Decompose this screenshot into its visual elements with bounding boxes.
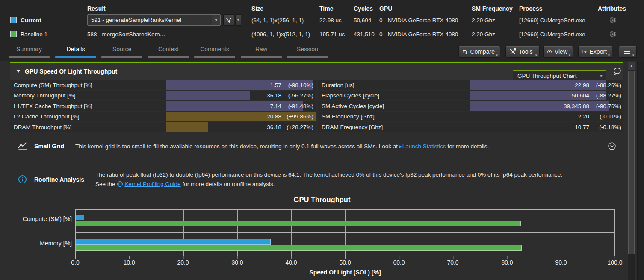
scrollbar-up-arrow[interactable]: ▲ <box>628 62 635 70</box>
chevron-down-icon: ▼ <box>632 53 635 57</box>
compare-button-label: Compare <box>470 48 495 55</box>
eye-icon <box>547 49 552 55</box>
table-row: DRAM Throughput [%] 36.18(+28.27%) <box>10 122 316 132</box>
metric-value-cell: 50,604(-88.27%) <box>470 91 623 100</box>
chevron-down-icon[interactable]: ▼ <box>212 15 220 25</box>
x-tick-label: 60.0 <box>386 259 412 266</box>
x-tick-label: 0.0 <box>62 259 88 266</box>
notice-text: for more details on roofline analysis. <box>181 181 275 187</box>
metric-delta: (-90.76%) <box>589 103 623 109</box>
result-filter-menu-button[interactable]: ▼ <box>235 14 241 26</box>
collapse-triangle-icon[interactable] <box>16 70 21 73</box>
view-button-label: View <box>555 48 567 55</box>
collapse-notice-button[interactable] <box>607 141 617 151</box>
x-tick-label: 50.0 <box>332 259 358 266</box>
metric-label: Memory Throughput [%] <box>14 91 76 100</box>
baseline-attributes-chip-icon <box>609 30 617 38</box>
current-attributes-chip-icon <box>609 16 617 24</box>
roofline-line1: The ratio of peak float (fp32) to double… <box>95 171 562 178</box>
current-size: (64, 1, 1)x(256, 1, 1) <box>251 17 304 24</box>
column-header-time: Time <box>319 5 333 12</box>
menu-button[interactable]: ▼ <box>619 46 637 58</box>
tab-comments[interactable]: Comments <box>194 43 235 61</box>
chart-band-compute <box>75 209 615 228</box>
delta-bar <box>166 91 250 100</box>
tools-button[interactable]: Tools ▼ <box>505 46 540 58</box>
tab-label: Context <box>148 46 189 53</box>
nsight-compute-window: Result Size Time Cycles GPU SM Frequency… <box>0 0 644 280</box>
metric-label: L2 Cache Throughput [%] <box>14 112 80 121</box>
metric-value-cell: 7.14(-91.48%) <box>166 101 316 111</box>
tab-raw[interactable]: Raw <box>241 43 282 61</box>
baseline-color-swatch[interactable] <box>10 31 17 37</box>
baseline-result: 588 - mergeSortSharedKern… <box>87 31 165 38</box>
x-tick-label: 100.0 <box>602 259 628 266</box>
chart-selector-dropdown[interactable]: GPU Throughput Chart ▼ <box>513 70 606 81</box>
table-row: Elapsed Cycles [cycle] 50,604(-88.27%) <box>318 91 623 100</box>
details-panel: GPU Speed Of Light Throughput GPU Throug… <box>0 61 644 280</box>
tab-label: Source <box>101 46 142 53</box>
column-header-size: Size <box>251 5 263 12</box>
metric-delta: (-91.48%) <box>281 103 316 109</box>
baseline-time: 195.71 us <box>319 31 345 38</box>
chart-band-memory <box>75 232 615 256</box>
metric-value: 20.88 <box>267 113 281 120</box>
notice-text: See the <box>95 181 117 187</box>
metric-label: Duration [us] <box>322 80 354 90</box>
tab-underline <box>101 56 142 58</box>
tools-button-label: Tools <box>519 48 533 55</box>
vertical-scrollbar-thumb[interactable] <box>628 71 635 254</box>
roofline-title: Roofline Analysis <box>34 176 84 183</box>
current-color-swatch[interactable] <box>10 17 17 23</box>
metric-value-cell: 2.20(-0.11%) <box>470 112 623 121</box>
table-row: L1/TEX Cache Throughput [%] 7.14(-91.48%… <box>10 101 316 111</box>
category-label-memory: Memory [%] <box>0 240 72 247</box>
current-cycles: 50,604 <box>354 17 371 24</box>
chart-selector-value: GPU Throughput Chart <box>513 73 597 79</box>
current-bar <box>76 215 84 220</box>
metric-value-cell: 36.18(-56.27%) <box>166 91 316 100</box>
metric-value-cell: 36.18(+28.27%) <box>166 122 316 132</box>
x-tick-label: 90.0 <box>548 259 574 266</box>
metric-label: DRAM Throughput [%] <box>14 122 72 132</box>
metric-delta: (-0.11%) <box>589 113 623 120</box>
tools-icon <box>509 48 516 55</box>
metric-label: SM Active Cycles [cycle] <box>322 101 384 111</box>
compare-button[interactable]: Compare ▼ <box>458 46 500 58</box>
metric-delta: (-88.27%) <box>589 92 623 99</box>
comment-bubble-icon[interactable] <box>612 67 622 76</box>
tab-label: Raw <box>241 46 282 53</box>
tab-details[interactable]: Details <box>55 43 96 61</box>
tab-context[interactable]: Context <box>148 43 189 61</box>
view-button[interactable]: View ▼ <box>543 46 573 58</box>
column-header-result: Result <box>87 5 106 12</box>
baseline-process: [12660] CuMergeSort.exe <box>519 31 585 38</box>
tab-label: Details <box>55 46 96 53</box>
current-time: 22.98 us <box>319 17 342 24</box>
table-row: Memory Throughput [%] 36.18(-56.27%) <box>10 91 316 100</box>
result-filter-button[interactable] <box>223 14 234 26</box>
roofline-line2: See the Kernel Profiling Guide for more … <box>95 181 275 187</box>
x-axis-label: Speed Of Light (SOL) [%] <box>75 269 615 276</box>
column-header-sm-frequency: SM Frequency <box>472 5 513 12</box>
funnel-icon <box>226 17 232 23</box>
x-tick-label: 80.0 <box>494 259 520 266</box>
chart-title: GPU Throughput <box>0 196 644 204</box>
export-icon <box>582 48 587 55</box>
export-button[interactable]: Export ▼ <box>578 46 612 58</box>
metric-label: L1/TEX Cache Throughput [%] <box>14 101 92 111</box>
link-arrow-icon: ▸ <box>399 143 402 150</box>
metric-value-cell: 22.98(-88.26%) <box>470 80 623 90</box>
baseline-gpu: 0 - NVIDIA GeForce RTX 4080 <box>379 31 458 38</box>
result-dropdown[interactable]: 591 - generateSampleRanksKernel ▼ <box>87 14 221 26</box>
chevron-down-icon: ▼ <box>495 53 499 57</box>
tab-source[interactable]: Source <box>101 43 142 61</box>
tab-session[interactable]: Session <box>287 43 328 61</box>
tab-summary[interactable]: Summary <box>9 43 50 61</box>
metric-label: Elapsed Cycles [cycle] <box>322 91 379 100</box>
x-tick-label: 20.0 <box>170 259 196 266</box>
small-grid-title: Small Grid <box>34 143 64 150</box>
kernel-profiling-guide-link[interactable]: Kernel Profiling Guide <box>124 181 180 187</box>
launch-statistics-link[interactable]: Launch Statistics <box>402 143 446 150</box>
section-header: GPU Speed Of Light Throughput GPU Throug… <box>10 63 623 80</box>
